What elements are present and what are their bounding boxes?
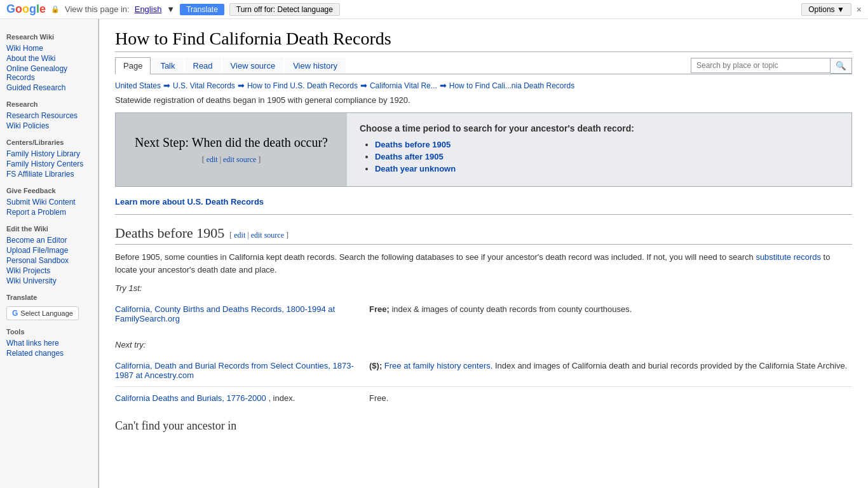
tab-view-source[interactable]: View source (222, 57, 284, 74)
section-deaths-before-1905-heading: Deaths before 1905 [ edit | edit source … (115, 225, 852, 245)
record3-free-label: Free. (369, 393, 388, 403)
deaths-before-1905-link[interactable]: Deaths before 1905 (375, 140, 451, 149)
record-link-col-3: California Deaths and Burials, 1776-2000… (115, 393, 356, 403)
tab-view-history[interactable]: View history (285, 57, 346, 74)
record-entry-1: California, County Births and Deaths Rec… (115, 298, 852, 330)
breadcrumb-arrow-1: ➡ (163, 81, 170, 90)
infobox-left: Next Step: When did the death occur? [ e… (116, 113, 347, 186)
try1-label: Try 1st: (115, 283, 852, 293)
breadcrumb-item-california[interactable]: California Vital Re... (370, 81, 437, 90)
sidebar-item-what-links[interactable]: What links here (6, 338, 98, 348)
death-year-unknown-link[interactable]: Death year unknown (375, 164, 456, 173)
substitute-records-link[interactable]: substitute records (756, 252, 821, 262)
options-button[interactable]: Options ▼ (801, 3, 851, 16)
record-desc-col-1: Free; index & images of county death rec… (369, 304, 852, 314)
translate-bar: Google 🔒 View this page in: English ▼ Tr… (0, 0, 868, 19)
breadcrumb-arrow-4: ➡ (440, 81, 447, 90)
breadcrumb-arrow-2: ➡ (238, 81, 245, 90)
infobox-choose-title: Choose a time period to search for your … (360, 123, 839, 133)
breadcrumb-item-current[interactable]: How to Find Cali...nia Death Records (449, 81, 574, 90)
record2-link[interactable]: California, Death and Burial Records fro… (115, 361, 354, 380)
sidebar-item-personal-sandbox[interactable]: Personal Sandbox (6, 255, 98, 266)
close-button[interactable]: × (857, 4, 862, 15)
record3-link[interactable]: California Deaths and Burials, 1776-2000 (115, 393, 266, 403)
breadcrumb-arrow-3: ➡ (360, 81, 367, 90)
section-body-text: Before 1905, some counties in California… (115, 251, 852, 276)
translate-view-text: View this page in: (65, 4, 130, 14)
main-content: How to Find California Death Records Pag… (98, 19, 868, 488)
record1-desc: index & images of county death records f… (391, 304, 632, 314)
google-logo: Google (6, 3, 46, 16)
sidebar-section-edit: Edit the Wiki (6, 225, 98, 233)
sidebar-item-report-problem[interactable]: Report a Problem (6, 207, 98, 217)
search-button[interactable]: 🔍 (831, 58, 852, 74)
intro-text: Statewide registration of deaths began i… (115, 95, 852, 105)
sidebar-item-affiliate-libraries[interactable]: FS Affiliate Libraries (6, 169, 98, 179)
infobox: Next Step: When did the death occur? [ e… (115, 112, 852, 187)
breadcrumb-item-us-death[interactable]: How to Find U.S. Death Records (247, 81, 358, 90)
select-language-button[interactable]: G Select Language (6, 306, 79, 320)
sidebar-item-research-resources[interactable]: Research Resources (6, 111, 98, 121)
sidebar-item-related-changes[interactable]: Related changes (6, 348, 98, 358)
tab-read[interactable]: Read (185, 57, 221, 74)
sidebar-item-submit-wiki[interactable]: Submit Wiki Content (6, 197, 98, 207)
breadcrumb-item-vital[interactable]: U.S. Vital Records (173, 81, 235, 90)
sidebar-section-centers: Centers/Libraries (6, 139, 98, 146)
record-entry-3: California Deaths and Burials, 1776-2000… (115, 387, 852, 409)
cant-find-heading: Can't find your ancestor in (115, 419, 852, 433)
tab-bar: Page Talk Read View source View history … (115, 57, 852, 74)
free-at-fhc-link[interactable]: Free at family history centers. (384, 361, 493, 370)
list-item: Deaths after 1905 (375, 152, 839, 161)
section-edit-link[interactable]: edit (234, 231, 245, 240)
record-link-col-2: California, Death and Burial Records fro… (115, 361, 356, 380)
record-link-col-1: California, County Births and Deaths Rec… (115, 304, 356, 323)
page-title: How to Find California Death Records (115, 29, 852, 52)
language-select[interactable]: English (135, 4, 162, 14)
turnoff-button[interactable]: Turn off for: Detect language (229, 3, 340, 16)
sidebar: Research Wiki Wiki Home About the Wiki O… (0, 19, 98, 488)
dropdown-arrow-icon: ▼ (166, 4, 175, 14)
sidebar-section-research-wiki: Research Wiki (6, 33, 98, 41)
tab-page[interactable]: Page (115, 57, 151, 74)
record1-link[interactable]: California, County Births and Deaths Rec… (115, 304, 335, 323)
infobox-edit-link[interactable]: edit (207, 155, 218, 164)
records-section-try2: Next try: California, Death and Burial R… (115, 340, 852, 409)
sidebar-item-wiki-policies[interactable]: Wiki Policies (6, 121, 98, 131)
translate-button[interactable]: Translate (180, 4, 224, 15)
records-section-try1: Try 1st: California, County Births and D… (115, 283, 852, 330)
infobox-edit-links: [ edit | edit source ] (202, 155, 261, 164)
divider (115, 214, 852, 215)
list-item: Deaths before 1905 (375, 140, 839, 149)
record-desc-col-3: Free. (369, 393, 852, 403)
sidebar-item-wiki-university[interactable]: Wiki University (6, 276, 98, 286)
record-desc-col-2: ($); Free at family history centers. Ind… (369, 361, 852, 370)
sidebar-item-family-history-library[interactable]: Family History Library (6, 149, 98, 159)
sidebar-item-wiki-projects[interactable]: Wiki Projects (6, 266, 98, 276)
cost-label: ($); (369, 361, 382, 370)
infobox-question-text: Next Step: When did the death occur? (135, 135, 328, 150)
sidebar-item-wiki-home[interactable]: Wiki Home (6, 43, 98, 53)
learn-more-link[interactable]: Learn more about U.S. Death Records (115, 197, 852, 207)
sidebar-item-become-editor[interactable]: Become an Editor (6, 235, 98, 245)
infobox-edit-source-link[interactable]: edit source (223, 155, 256, 164)
tab-talk[interactable]: Talk (152, 57, 183, 74)
record-entry-2: California, Death and Burial Records fro… (115, 355, 852, 387)
page-wrapper: Research Wiki Wiki Home About the Wiki O… (0, 19, 868, 488)
breadcrumb-item-us[interactable]: United States (115, 81, 161, 90)
sidebar-item-guided-research[interactable]: Guided Research (6, 83, 98, 93)
search-area: 🔍 (691, 58, 852, 74)
search-input[interactable] (691, 58, 831, 73)
deaths-after-1905-link[interactable]: Deaths after 1905 (375, 152, 444, 161)
google-g-icon: G (12, 309, 18, 318)
sidebar-item-online-genealogy[interactable]: Online Genealogy Records (6, 64, 98, 83)
sidebar-section-research: Research (6, 100, 98, 108)
record3-index: , index. (268, 393, 295, 403)
sidebar-item-upload-file[interactable]: Upload File/Image (6, 245, 98, 255)
infobox-right: Choose a time period to search for your … (347, 113, 851, 186)
sidebar-item-family-history-centers[interactable]: Family History Centers (6, 159, 98, 169)
sidebar-section-feedback: Give Feedback (6, 187, 98, 194)
lock-icon: 🔒 (51, 5, 60, 13)
sidebar-item-about-wiki[interactable]: About the Wiki (6, 53, 98, 64)
try2-label: Next try: (115, 340, 852, 349)
section-edit-source-link[interactable]: edit source (251, 231, 284, 240)
